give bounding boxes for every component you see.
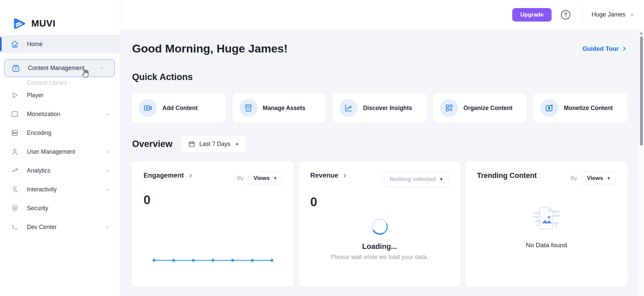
sidebar-item-monetization[interactable]: Monetization [0, 105, 120, 123]
quick-action-label: Monetize Content [564, 105, 613, 112]
trending-title: Trending Content [477, 172, 537, 180]
quick-action-label: Organize Content [464, 105, 513, 112]
chevron-down-icon [105, 187, 110, 192]
engagement-title: Engagement [144, 172, 184, 179]
sidebar-item-interactivity[interactable]: Interactivity [0, 180, 120, 199]
home-icon [11, 40, 19, 48]
revenue-title: Revenue [310, 172, 338, 179]
archive-box-icon [239, 99, 257, 117]
help-icon[interactable]: ? [561, 10, 570, 20]
revenue-title-link[interactable]: Revenue [310, 172, 348, 179]
sidebar-item-label: Home [27, 41, 110, 48]
engagement-title-link[interactable]: Engagement [144, 172, 193, 179]
image-placeholder-icon [532, 205, 561, 231]
revenue-filter-dropdown[interactable]: Nothing selected ▼ [384, 172, 449, 187]
caret-down-icon: ▼ [235, 142, 239, 147]
user-menu[interactable]: Huge James [592, 11, 635, 18]
chevron-right-icon [188, 173, 193, 178]
sidebar-item-content-management[interactable]: Content Management [4, 59, 115, 77]
sidebar-item-security[interactable]: Security [0, 199, 120, 218]
server-stack-icon [11, 129, 19, 137]
sidebar-item-label: Interactivity [27, 186, 105, 193]
quick-actions-row: Add Content Manage Assets Discover Insig… [132, 93, 627, 123]
overview-title: Overview [132, 139, 172, 149]
revenue-filter-placeholder: Nothing selected [390, 176, 436, 183]
date-range-value: Last 7 Days [199, 141, 230, 148]
quick-action-label: Discover Insights [363, 105, 412, 112]
engagement-filter-dropdown[interactable]: Views ▼ [248, 172, 282, 185]
top-header: Upgrade ? Huge James [120, 0, 644, 29]
sidebar-item-home[interactable]: Home [0, 35, 120, 53]
engagement-chart [152, 253, 274, 266]
quick-actions-title: Quick Actions [132, 72, 627, 82]
video-library-icon [12, 64, 20, 72]
loading-subtitle: Please wait while we load your data. [331, 254, 428, 261]
caret-down-icon: ▼ [439, 177, 443, 182]
money-swap-icon [540, 99, 558, 117]
trending-empty-state: No Data found [466, 205, 627, 249]
sidebar-item-label: Dev Center [27, 224, 105, 231]
user-name: Huge James [592, 11, 626, 18]
muvi-play-logo-icon [12, 16, 27, 31]
sidebar-item-analytics[interactable]: Analytics [0, 161, 120, 180]
scrollbar-thumb[interactable] [640, 36, 643, 146]
grid-plus-icon [440, 99, 458, 117]
brand-logo[interactable]: MUVI [0, 0, 120, 35]
discover-insights-button[interactable]: Discover Insights [333, 93, 427, 123]
trending-filter-value: Views [587, 175, 603, 182]
trending-filter-dropdown[interactable]: Views ▼ [582, 172, 616, 185]
chevron-down-icon [105, 225, 110, 230]
calendar-icon [188, 141, 195, 148]
upgrade-button[interactable]: Upgrade [512, 8, 552, 22]
page-scrollbar[interactable] [638, 29, 644, 296]
caret-down-icon: ▼ [273, 176, 277, 181]
sidebar-item-label: Encoding [27, 130, 110, 137]
date-range-dropdown[interactable]: Last 7 Days ▼ [181, 136, 246, 153]
revenue-card: Revenue Nothing selected ▼ 0 Loading... … [299, 161, 460, 287]
loading-spinner-icon [369, 217, 390, 237]
main-content: Good Morning, Huge James! Guided Tour Qu… [120, 29, 638, 296]
sidebar-item-player[interactable]: Player [0, 86, 120, 105]
page-title: Good Morning, Huge James! [132, 42, 288, 55]
monetize-content-button[interactable]: Monetize Content [533, 93, 627, 123]
chevron-down-icon [105, 149, 110, 154]
loading-title: Loading... [362, 242, 397, 251]
sidebar-item-user-management[interactable]: User Management [0, 142, 120, 161]
sidebar-item-label: Security [27, 205, 110, 212]
manage-assets-button[interactable]: Manage Assets [233, 93, 326, 123]
no-data-text: No Data found [526, 242, 567, 249]
add-content-button[interactable]: Add Content [132, 93, 226, 123]
guided-tour-link[interactable]: Guided Tour [582, 45, 627, 52]
shield-lock-icon [11, 204, 19, 212]
app-window: MUVI Home Content Management Content Lib… [0, 0, 644, 296]
quick-action-label: Add Content [162, 105, 198, 112]
organize-content-button[interactable]: Organize Content [433, 93, 527, 123]
trending-content-card: Trending Content By Views ▼ [466, 161, 627, 287]
sidebar-item-label: Content Management [28, 65, 99, 72]
sidebar-item-label: Monetization [27, 111, 105, 118]
user-icon [11, 148, 19, 156]
sidebar-item-dev-center[interactable]: Dev Center [0, 218, 120, 236]
video-plus-icon [139, 99, 157, 117]
chevron-down-icon [99, 66, 104, 71]
sidebar-item-label: User Management [27, 148, 105, 155]
terminal-icon [11, 223, 19, 231]
by-label: By [570, 175, 577, 182]
sidebar-item-label: Player [27, 92, 110, 99]
sidebar-subitem-content-library[interactable]: Content Library [0, 77, 120, 86]
quick-action-label: Manage Assets [263, 105, 306, 112]
chart-line-icon [339, 99, 358, 117]
chevron-down-icon [630, 12, 635, 17]
caret-down-icon: ▼ [607, 176, 611, 181]
sidebar-item-encoding[interactable]: Encoding [0, 123, 120, 142]
guided-tour-label: Guided Tour [582, 45, 619, 52]
gesture-icon [11, 185, 19, 193]
scrollbar-up-arrow-icon[interactable] [640, 32, 643, 34]
sidebar: MUVI Home Content Management Content Lib… [0, 0, 120, 296]
revenue-loading-state: Loading... Please wait while we load you… [299, 219, 460, 261]
header-divider [582, 4, 582, 25]
brand-name: MUVI [31, 18, 55, 29]
chevron-down-icon [105, 168, 110, 173]
chevron-down-icon [105, 112, 110, 117]
revenue-value: 0 [310, 195, 449, 209]
